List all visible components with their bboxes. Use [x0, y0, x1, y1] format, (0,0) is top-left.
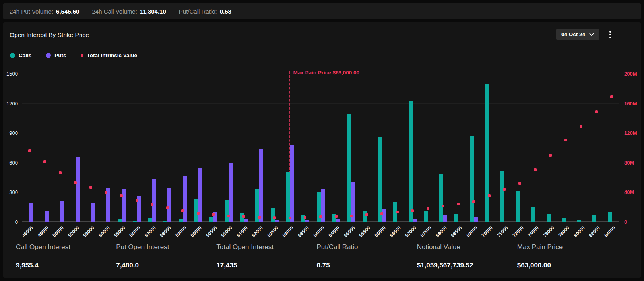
stat-notional-value: Notional Value $1,059,567,739.52: [417, 243, 507, 269]
chart-legend: Calls Puts Total Intrinsic Value: [10, 52, 137, 58]
put-bar: [122, 189, 126, 222]
intrinsic-value-dot: [28, 149, 31, 152]
call-bar: [424, 211, 428, 222]
intrinsic-value-dot: [227, 215, 230, 217]
legend-intrinsic-label: Total Intrinsic Value: [87, 52, 138, 58]
call-volume-label: 24h Call Volume:: [92, 8, 137, 15]
intrinsic-value-dot: [365, 213, 368, 216]
put-volume-value: 6,545.60: [56, 8, 79, 15]
puts-marker-icon: [46, 53, 51, 58]
call-bar: [209, 217, 213, 222]
intrinsic-value-dot: [59, 171, 62, 174]
put-bar: [60, 201, 64, 222]
legend-item-calls[interactable]: Calls: [10, 52, 31, 58]
intrinsic-value-dot: [273, 216, 276, 219]
put-bar: [413, 219, 417, 222]
intrinsic-value-dot: [534, 168, 537, 171]
call-bar: [286, 172, 290, 222]
right-axis-tick-label: 160M: [624, 100, 637, 106]
intrinsic-value-dot: [488, 194, 491, 197]
intrinsic-value-dot: [396, 211, 399, 213]
summary-stats-row: Call Open Interest 9,955.4 Put Open Inte…: [16, 243, 607, 269]
intrinsic-value-dot: [242, 215, 245, 218]
call-bar: [592, 215, 596, 222]
volume-summary-bar: 24h Put Volume: 6,545.60 24h Call Volume…: [3, 3, 641, 19]
put-call-ratio-value: 0.58: [220, 8, 231, 15]
legend-puts-label: Puts: [54, 52, 66, 58]
left-axis-tick-label: 0: [15, 219, 18, 225]
put-bar: [91, 203, 95, 222]
right-axis-tick-label: 80M: [624, 159, 634, 165]
intrinsic-value-dot: [411, 209, 414, 212]
intrinsic-value-dot: [595, 110, 598, 113]
call-bar: [118, 219, 122, 222]
put-bar: [244, 219, 248, 222]
legend-item-intrinsic[interactable]: Total Intrinsic Value: [81, 52, 138, 58]
call-bar: [485, 84, 489, 222]
stat-underline: [116, 256, 206, 256]
legend-item-puts[interactable]: Puts: [46, 52, 66, 58]
stat-underline: [16, 256, 106, 256]
intrinsic-value-dot: [427, 207, 429, 210]
more-options-kebab-icon[interactable]: [607, 29, 613, 40]
call-bar: [577, 220, 581, 222]
intrinsic-value-dot: [319, 215, 322, 218]
put-call-ratio-item: Put/Call Ratio: 0.58: [179, 8, 231, 15]
stat-total-open-interest: Total Open Interest 17,435: [216, 243, 306, 269]
call-bar: [363, 211, 367, 222]
intrinsic-value-dot: [197, 212, 200, 215]
intrinsic-value-dot: [564, 139, 567, 141]
put-bar: [305, 220, 309, 222]
stat-max-pain-price: Max Pain Price $63,000.00: [517, 243, 607, 269]
intrinsic-value-dot: [74, 181, 77, 184]
intrinsic-value-dot: [380, 212, 383, 215]
intrinsic-value-dot: [289, 217, 291, 219]
chevron-down-icon: [589, 33, 594, 36]
intrinsic-value-dot: [472, 200, 475, 203]
put-bar: [275, 220, 279, 222]
put-bar: [29, 203, 33, 222]
max-pain-annotation: Max Pain Price $63,000.00: [293, 70, 359, 76]
call-volume-item: 24h Call Volume: 11,304.10: [92, 8, 166, 15]
stat-put-open-interest: Put Open Interest 7,480.0: [116, 243, 206, 269]
intrinsic-value-dot: [43, 160, 46, 163]
intrinsic-value-dot: [580, 125, 582, 128]
intrinsic-value-dot: [335, 215, 338, 218]
intrinsic-value-dot: [212, 213, 215, 216]
intrinsic-value-dot: [457, 203, 460, 205]
intrinsic-value-dot: [350, 215, 353, 217]
gridline: [22, 133, 619, 133]
call-bar: [531, 207, 535, 222]
call-volume-value: 11,304.10: [140, 8, 166, 15]
put-call-ratio-label: Put/Call Ratio:: [179, 8, 217, 15]
right-axis-tick-label: 0: [624, 219, 627, 225]
intrinsic-value-dot: [610, 95, 613, 98]
open-interest-panel: Open Interest By Strike Price 04 Oct 24 …: [3, 22, 641, 278]
intrinsic-value-dot: [166, 206, 169, 209]
panel-header: Open Interest By Strike Price 04 Oct 24: [3, 22, 641, 47]
put-bar: [183, 176, 187, 222]
call-bar: [454, 214, 458, 222]
call-bar: [378, 137, 382, 222]
left-axis-tick-label: 900: [9, 130, 18, 136]
stat-call-open-interest: Call Open Interest 9,955.4: [16, 243, 106, 269]
intrinsic-marker-icon: [81, 54, 83, 57]
intrinsic-value-dot: [181, 209, 184, 212]
date-selector-button[interactable]: 04 Oct 24: [556, 29, 599, 40]
left-axis-tick-label: 600: [9, 159, 18, 165]
intrinsic-value-dot: [120, 194, 123, 197]
call-bar: [500, 171, 504, 222]
date-selector-value: 04 Oct 24: [561, 31, 585, 37]
intrinsic-value-dot: [518, 182, 521, 185]
gridline: [22, 103, 619, 104]
call-bar: [439, 174, 443, 222]
intrinsic-value-dot: [105, 191, 107, 194]
right-axis-tick-label: 120M: [624, 130, 637, 136]
call-bar: [225, 200, 229, 222]
put-bar: [167, 188, 171, 222]
put-bar: [229, 163, 233, 222]
put-volume-item: 24h Put Volume: 6,545.60: [10, 8, 79, 15]
call-bar: [562, 218, 566, 222]
call-bar: [133, 221, 137, 222]
intrinsic-value-dot: [151, 203, 153, 206]
